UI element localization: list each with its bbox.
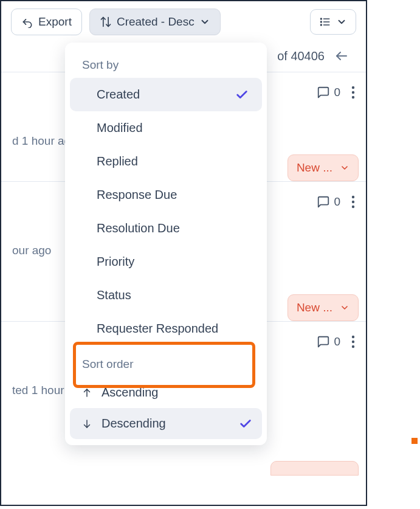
order-descending[interactable]: Descending (70, 408, 262, 439)
svg-point-4 (321, 21, 322, 23)
svg-point-12 (352, 206, 354, 208)
status-chip[interactable]: New ... (287, 154, 359, 181)
svg-point-3 (321, 18, 322, 19)
comment-count: 0 (317, 86, 340, 99)
list-icon (319, 16, 331, 28)
toolbar: Export Created - Desc (1, 1, 366, 43)
export-icon (21, 16, 33, 28)
more-icon[interactable] (351, 335, 355, 348)
svg-point-5 (321, 24, 322, 26)
arrow-up-icon (80, 387, 94, 398)
export-label: Export (38, 15, 72, 29)
status-chip[interactable] (270, 461, 359, 476)
order-ascending[interactable]: Ascending (70, 377, 262, 408)
record-count: of 40406 (277, 49, 325, 63)
more-icon[interactable] (351, 86, 355, 99)
chevron-down-icon (336, 16, 347, 27)
sort-option-priority[interactable]: Priority (70, 245, 262, 279)
svg-point-8 (352, 91, 354, 94)
sort-dropdown: Sort by Created Modified Replied Respons… (65, 43, 267, 445)
svg-point-10 (352, 196, 354, 198)
arrow-down-icon (80, 418, 94, 429)
svg-point-7 (352, 86, 354, 89)
comment-count: 0 (317, 195, 340, 209)
back-arrow-icon[interactable] (332, 46, 351, 66)
sort-option-modified[interactable]: Modified (70, 111, 262, 145)
chevron-down-icon (340, 303, 349, 313)
chat-icon (317, 335, 330, 348)
check-icon (239, 417, 252, 431)
sort-by-label: Sort by (70, 52, 262, 78)
svg-point-11 (352, 201, 354, 203)
sort-option-replied[interactable]: Replied (70, 145, 262, 178)
sort-option-created[interactable]: Created (70, 78, 262, 111)
chat-icon (317, 195, 330, 209)
chevron-down-icon (199, 16, 210, 27)
comment-count: 0 (317, 335, 340, 348)
sort-label: Created - Desc (117, 15, 195, 29)
svg-point-15 (352, 345, 354, 348)
annotation-dot (411, 438, 418, 444)
sort-option-requester-responded[interactable]: Requester Responded (70, 312, 262, 345)
sort-option-status[interactable]: Status (70, 279, 262, 312)
sort-option-resolution-due[interactable]: Resolution Due (70, 212, 262, 245)
sort-option-response-due[interactable]: Response Due (70, 178, 262, 212)
svg-point-14 (352, 341, 354, 343)
chat-icon (317, 86, 330, 99)
more-icon[interactable] (351, 195, 355, 209)
status-chip[interactable]: New ... (287, 294, 359, 321)
sort-button[interactable]: Created - Desc (89, 9, 221, 35)
view-options-button[interactable] (310, 9, 356, 35)
svg-point-9 (352, 96, 354, 99)
check-icon (235, 88, 249, 102)
sort-icon (100, 16, 112, 28)
export-button[interactable]: Export (11, 9, 82, 35)
svg-point-13 (352, 336, 354, 338)
chevron-down-icon (340, 163, 349, 173)
sort-order-label: Sort order (70, 351, 262, 377)
